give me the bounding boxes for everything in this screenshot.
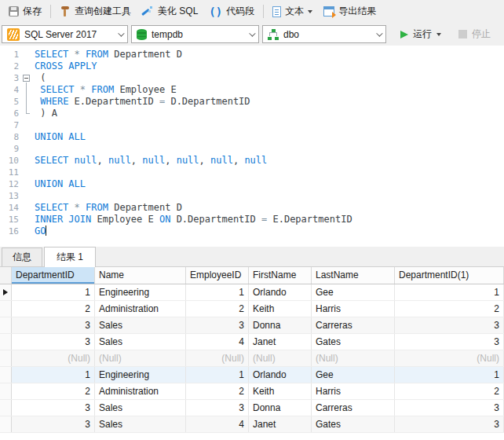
code-line[interactable]: 2CROSS APPLY [0, 60, 504, 72]
row-selector[interactable] [0, 317, 12, 333]
table-cell[interactable]: 3 [12, 400, 95, 416]
table-cell[interactable]: Gee [312, 284, 395, 300]
row-selector[interactable] [0, 416, 12, 432]
run-button[interactable]: 运行 [396, 28, 446, 41]
tab-info[interactable]: 信息 [2, 248, 42, 266]
table-cell[interactable]: (Null) [395, 350, 504, 366]
row-selector[interactable] [0, 334, 12, 350]
database-select[interactable]: tempdb [131, 25, 259, 43]
table-cell[interactable]: Donna [249, 317, 312, 333]
column-header[interactable]: FirstName [249, 267, 312, 284]
grid-corner[interactable] [0, 267, 12, 284]
table-cell[interactable]: Gee [312, 367, 395, 383]
export-results-button[interactable]: 导出结果 [318, 2, 382, 20]
code-line[interactable]: 1SELECT * FROM Department D [0, 49, 504, 60]
row-selector[interactable] [0, 350, 12, 366]
row-selector[interactable] [0, 367, 12, 383]
row-selector[interactable] [0, 383, 12, 399]
table-cell[interactable]: 3 [395, 400, 504, 416]
table-cell[interactable]: Administration [95, 383, 186, 399]
table-cell[interactable]: (Null) [12, 350, 95, 366]
code-line[interactable]: 9 [0, 143, 504, 155]
table-cell[interactable]: 1 [12, 367, 95, 383]
table-cell[interactable]: 2 [395, 383, 504, 399]
column-header[interactable]: DepartmentID [12, 267, 95, 284]
column-header[interactable]: LastName [312, 267, 395, 284]
column-header[interactable]: Name [95, 267, 186, 284]
table-cell[interactable]: 1 [395, 367, 504, 383]
table-cell[interactable]: 4 [186, 416, 249, 432]
table-cell[interactable]: 3 [12, 317, 95, 333]
table-cell[interactable]: (Null) [312, 350, 395, 366]
column-header[interactable]: EmployeeID [186, 267, 249, 284]
collapse-icon[interactable] [23, 75, 30, 82]
beautify-sql-button[interactable]: 美化 SQL [137, 2, 203, 20]
table-row[interactable]: 1Engineering1OrlandoGee1 [0, 284, 504, 301]
code-line[interactable]: 3 ( [0, 72, 504, 84]
code-line[interactable]: 7 [0, 119, 504, 131]
table-cell[interactable]: Gates [312, 334, 395, 350]
code-snippet-button[interactable]: () 代码段 [203, 2, 260, 20]
table-cell[interactable]: 3 [186, 400, 249, 416]
code-line[interactable]: 13 [0, 190, 504, 202]
text-view-button[interactable]: 文本 [267, 2, 318, 20]
table-cell[interactable]: 2 [395, 301, 504, 317]
table-cell[interactable]: 1 [186, 284, 249, 300]
table-cell[interactable]: 4 [186, 334, 249, 350]
table-cell[interactable]: Carreras [312, 400, 395, 416]
code-line[interactable]: 10SELECT null, null, null, null, null, n… [0, 155, 504, 167]
table-cell[interactable]: (Null) [249, 350, 312, 366]
table-row[interactable]: 2Administration2KeithHarris2 [0, 301, 504, 317]
server-select[interactable]: SQL Server 2017 [2, 25, 128, 43]
table-row[interactable]: 3Sales3DonnaCarreras3 [0, 400, 504, 416]
table-cell[interactable]: 3 [395, 416, 504, 432]
code-line[interactable]: 4 SELECT * FROM Employee E [0, 84, 504, 96]
table-cell[interactable]: 1 [12, 284, 95, 300]
table-cell[interactable]: 3 [12, 416, 95, 432]
table-cell[interactable]: Harris [312, 383, 395, 399]
code-line[interactable]: 6 ) A [0, 108, 504, 119]
table-cell[interactable]: 3 [395, 334, 504, 350]
run-dropdown-caret-icon[interactable] [436, 33, 441, 36]
table-row[interactable]: (Null)(Null)(Null)(Null)(Null)(Null) [0, 350, 504, 367]
table-cell[interactable]: Administration [95, 301, 186, 317]
table-row[interactable]: 3Sales3DonnaCarreras3 [0, 317, 504, 334]
code-line[interactable]: 15INNER JOIN Employee E ON D.DepartmentI… [0, 214, 504, 226]
table-row[interactable]: 1Engineering1OrlandoGee1 [0, 367, 504, 383]
code-line[interactable]: 12UNION ALL [0, 178, 504, 190]
table-cell[interactable]: Janet [249, 416, 312, 432]
table-cell[interactable]: Sales [95, 416, 186, 432]
code-line[interactable]: 16GO [0, 226, 504, 237]
table-row[interactable]: 3Sales4JanetGates3 [0, 416, 504, 433]
table-cell[interactable]: Engineering [95, 367, 186, 383]
table-cell[interactable]: Keith [249, 301, 312, 317]
code-line[interactable]: 5 WHERE E.DepartmentID = D.DepartmentID [0, 96, 504, 108]
table-cell[interactable]: 2 [186, 301, 249, 317]
save-button[interactable]: 保存 [3, 2, 47, 20]
schema-select[interactable]: dbo [262, 25, 386, 43]
table-cell[interactable]: 2 [12, 383, 95, 399]
table-cell[interactable]: Carreras [312, 317, 395, 333]
table-cell[interactable]: 3 [395, 317, 504, 333]
row-selector[interactable] [0, 301, 12, 317]
table-cell[interactable]: (Null) [186, 350, 249, 366]
table-cell[interactable]: Engineering [95, 284, 186, 300]
table-cell[interactable]: Sales [95, 317, 186, 333]
table-cell[interactable]: 1 [186, 367, 249, 383]
table-cell[interactable]: Sales [95, 334, 186, 350]
sql-editor[interactable]: 1SELECT * FROM Department D2CROSS APPLY3… [0, 46, 504, 247]
code-line[interactable]: 11 [0, 167, 504, 178]
tab-result-1[interactable]: 结果 1 [44, 247, 96, 267]
column-header[interactable]: DepartmentID(1) [395, 267, 504, 284]
table-cell[interactable]: Janet [249, 334, 312, 350]
table-cell[interactable]: 2 [12, 301, 95, 317]
fold-gutter[interactable] [21, 72, 35, 84]
table-row[interactable]: 3Sales4JanetGates3 [0, 334, 504, 350]
row-selector[interactable] [0, 400, 12, 416]
table-cell[interactable]: 3 [12, 334, 95, 350]
table-cell[interactable]: Gates [312, 416, 395, 432]
table-cell[interactable]: 2 [186, 383, 249, 399]
code-line[interactable]: 8UNION ALL [0, 131, 504, 143]
table-cell[interactable]: Donna [249, 400, 312, 416]
code-line[interactable]: 14SELECT * FROM Department D [0, 202, 504, 214]
